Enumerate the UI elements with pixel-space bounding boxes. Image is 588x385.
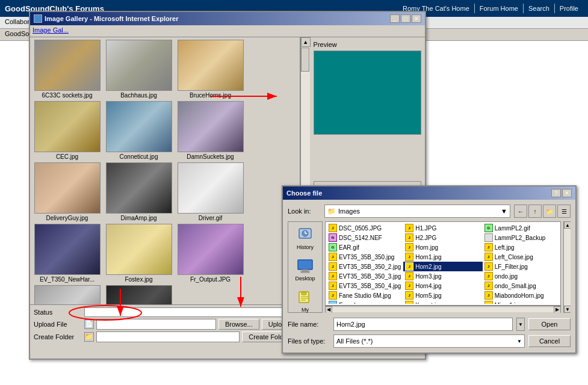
file-DSC_0505[interactable]: JDSC_0505.JPG — [327, 223, 403, 233]
vscroll-up-button[interactable]: ▲ — [564, 221, 571, 229]
filename-dropdown-arrow[interactable]: ▼ — [516, 318, 525, 331]
hscroll-right-button[interactable]: ▶ — [554, 306, 561, 313]
file-ondo[interactable]: Jondo.jpg — [483, 271, 559, 281]
thumb-img-cat — [106, 285, 172, 304]
file-Horn5[interactable]: JHorn5.jpg — [403, 291, 483, 300]
nav-up-button[interactable]: ↑ — [528, 205, 542, 218]
filename-input[interactable] — [333, 318, 513, 331]
nav-search[interactable]: Search — [523, 4, 554, 13]
thumbnail-Conneticut[interactable]: Conneticut.jpg — [104, 101, 173, 160]
hscroll-left-button[interactable]: ◀ — [325, 306, 332, 313]
file-Fane-Studio[interactable]: JFane Studio 6M.jpg — [327, 291, 403, 300]
file-Fane-bmp[interactable]: BFane.bmp — [327, 300, 403, 304]
file-Korvet[interactable]: JKorvet.jpg — [403, 300, 483, 304]
nav-back-button[interactable]: ← — [514, 205, 527, 218]
lookin-select[interactable]: 📁 Images ▼ — [324, 205, 510, 218]
thumb-label-6C33C: 6C33C sockets.jpg — [42, 92, 93, 99]
file-H2[interactable]: JH2.JPG — [403, 233, 483, 242]
thumb-label-BruceHorns: BruceHorns.jpg — [190, 92, 231, 99]
filetype-value: All Files (*.*) — [336, 337, 373, 345]
thumbnail-CEC[interactable]: CEC.jpg — [32, 101, 102, 160]
thumb-img-Driver — [178, 162, 244, 214]
vscroll-down-button[interactable]: ▼ — [564, 306, 571, 313]
cf-help-button[interactable]: ? — [551, 189, 561, 197]
gallery-menu-link[interactable]: Image Gal... — [32, 26, 69, 34]
file-LammPL2-Backup[interactable]: LammPL2_Backup — [483, 233, 559, 242]
thumbnail-bottom1[interactable] — [32, 285, 102, 304]
thumbnail-BruceHorns[interactable]: BruceHorns.jpg — [176, 40, 245, 99]
cancel-button[interactable]: Cancel — [528, 335, 571, 347]
thumbnail-DeliveryGuy[interactable]: DeliveryGuy.jpg — [32, 162, 102, 221]
gallery-titlebar[interactable]: Image Gallery - Microsoft Internet Explo… — [30, 12, 425, 25]
filetype-select[interactable]: All Files (*.*) ▼ — [333, 334, 525, 348]
file-Horn3[interactable]: JHorn3.jpg — [403, 271, 483, 281]
file-EVT35_1[interactable]: JEVT35_35B_350.jpg — [327, 252, 403, 262]
file-icon-Micro1: J — [484, 301, 493, 304]
file-list-hscroll[interactable]: ◀ ▶ — [325, 306, 561, 313]
create-folder-input[interactable] — [96, 331, 240, 342]
file-Left[interactable]: JLeft.jpg — [483, 242, 559, 252]
file-icon-H1: J — [405, 224, 413, 232]
file-EAR[interactable]: GEAR.gif — [327, 242, 403, 252]
thumb-img-bottom1 — [34, 285, 101, 304]
filetype-dropdown-arrow[interactable]: ▼ — [517, 339, 522, 344]
file-EVT35_4[interactable]: JEVT35_35B_350_4.jpg — [327, 281, 403, 291]
file-MiabondoHorn[interactable]: JMiabondoHorn.jpg — [483, 291, 559, 300]
nav-forum-home[interactable]: Forum Home — [474, 4, 523, 13]
file-LammPL2[interactable]: GLammPL2.gif — [483, 223, 559, 233]
close-button[interactable]: ✕ — [412, 14, 421, 23]
sidebar-desktop[interactable]: Desktop — [289, 256, 321, 283]
lookin-dropdown-arrow[interactable]: ▼ — [501, 208, 507, 215]
thumbnail-Fr_Output[interactable]: Fr_Output.JPG — [176, 224, 245, 283]
file-H1[interactable]: JH1.JPG — [403, 223, 483, 233]
sidebar-my-documents[interactable]: My Documents — [289, 287, 321, 313]
file-Horn2-selected[interactable]: JHorn2.jpg — [403, 262, 483, 271]
choosefile-controls: ? ✕ — [551, 189, 572, 197]
file-EVT35_3[interactable]: JEVT35_35B_350_3.jpg — [327, 271, 403, 281]
thumbnail-DamnSuckets[interactable]: DamnSuckets.jpg — [176, 101, 245, 160]
file-icon-Horn4: J — [405, 282, 413, 290]
cf-close-button[interactable]: ✕ — [562, 189, 572, 197]
thumb-img-DimaAmp — [106, 162, 172, 214]
scroll-up-button[interactable]: ▲ — [301, 37, 311, 47]
file-Horn[interactable]: JHorn.jpg — [403, 242, 483, 252]
file-EVT35_2[interactable]: JEVT35_35B_350_2.jpg — [327, 262, 403, 271]
thumbnail-6C33C[interactable]: 6C33C sockets.jpg — [32, 40, 102, 99]
thumbnail-EV_T350[interactable]: EV_T350_NewHar... — [32, 224, 102, 283]
maximize-button[interactable]: □ — [401, 14, 410, 23]
file-ondo-small[interactable]: Jondo_Small.jpg — [483, 281, 559, 291]
nav-new-folder-button[interactable]: 📁 — [543, 205, 556, 218]
desktop-icon — [296, 257, 315, 274]
file-icon-Left-Close: J — [484, 253, 493, 261]
file-Horn4[interactable]: JHorn4.jpg — [403, 281, 483, 291]
file-Micro1[interactable]: JMicro1.jpg — [483, 300, 559, 304]
nav-view-button[interactable]: ☰ — [557, 205, 571, 218]
open-button[interactable]: Open — [528, 318, 571, 330]
minimize-button[interactable]: _ — [390, 14, 400, 23]
file-Horn1[interactable]: JHorn1.jpg — [403, 252, 483, 262]
arrow-area — [314, 140, 421, 179]
upload-file-input[interactable] — [96, 319, 216, 330]
thumbnail-DimaAmp[interactable]: DimaAmp.jpg — [104, 162, 173, 221]
file-list-vscroll[interactable]: ▲ ▼ — [563, 221, 571, 313]
preview-image — [314, 51, 421, 135]
scroll-thumb[interactable] — [301, 48, 309, 72]
browse-button[interactable]: Browse... — [218, 319, 259, 330]
file-list: JDSC_0505.JPG NDSC_5142.NEF GEAR.gif JEV… — [325, 221, 561, 306]
thumbnail-Bachhaus[interactable]: Bachhaus.jpg — [104, 40, 173, 99]
choosefile-titlebar[interactable]: Choose file ? ✕ — [283, 186, 575, 200]
thumb-img-DamnSuckets — [178, 101, 244, 152]
svg-rect-8 — [302, 292, 306, 295]
status-bar — [84, 307, 296, 317]
thumbnail-cat[interactable] — [104, 285, 173, 304]
thumbnail-Driver[interactable]: Driver.gif — [176, 162, 245, 221]
file-icon-EVT35_3: J — [329, 272, 337, 280]
file-LF-Filter[interactable]: JLF_Filter.jpg — [483, 262, 559, 271]
thumbnail-Fostex[interactable]: Fostex.jpg — [104, 224, 173, 283]
nav-profile[interactable]: Profile — [554, 4, 583, 13]
file-col-3: GLammPL2.gif LammPL2_Backup JLeft.jpg JL… — [483, 223, 559, 304]
file-icon-LammPL2: G — [484, 224, 493, 232]
file-DSC_5142[interactable]: NDSC_5142.NEF — [327, 233, 403, 242]
sidebar-history[interactable]: History — [289, 224, 321, 252]
file-Left-Close[interactable]: JLeft_Close.jpg — [483, 252, 559, 262]
